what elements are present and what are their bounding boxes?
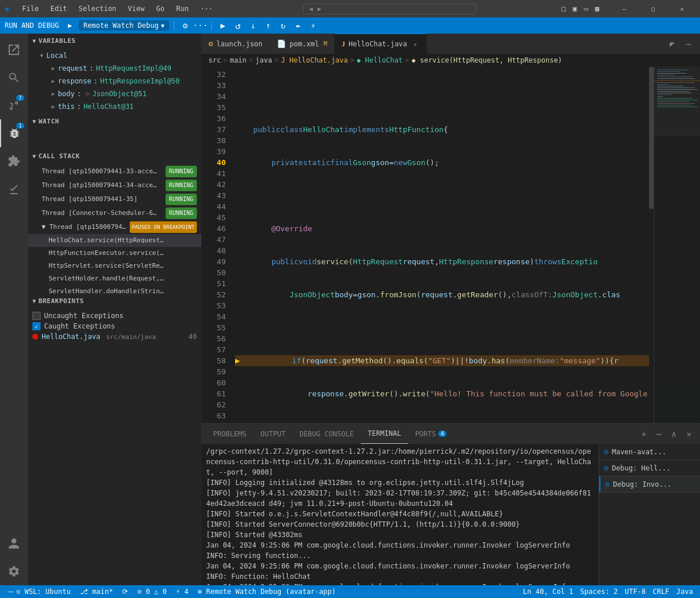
sidebar-item-explorer[interactable] (0, 36, 28, 64)
terminal-debug-hell-item[interactable]: ⚙ Debug: Hell... (599, 460, 700, 476)
bc-java[interactable]: java (255, 56, 272, 64)
menu-file[interactable]: File (17, 3, 43, 14)
debug-more-btn[interactable]: ··· (194, 19, 207, 32)
callstack-thread-35[interactable]: Thread [qtp1500079441-35] RUNNING (28, 192, 201, 206)
callstack-thread-34[interactable]: Thread [qtp1500079441-34-acceptor-1@66..… (28, 178, 201, 192)
callstack-thread-connector[interactable]: Thread [Connector-Scheduler-6920b0bc-1] … (28, 206, 201, 220)
bc-src[interactable]: src (208, 56, 221, 64)
nav-back[interactable]: ◀ (309, 5, 313, 13)
tab-launch-json[interactable]: ⚙ launch.json (201, 34, 270, 54)
var-request-toggle[interactable]: ▶ (49, 63, 58, 74)
layout-btn-4[interactable]: ▦ (595, 5, 599, 13)
panel-tab-debug-console[interactable]: DEBUG CONSOLE (292, 424, 361, 444)
status-sync[interactable]: ⟳ (120, 588, 130, 596)
tab-hellochat-java[interactable]: J HelloChat.java ✕ (335, 34, 427, 54)
sidebar-item-account[interactable] (0, 530, 28, 557)
var-this-toggle[interactable]: ▶ (49, 101, 58, 112)
layout-btn-3[interactable]: ▭ (584, 5, 588, 13)
callstack-frame-1[interactable]: HelloChat.service(HttpRequest,HttpRespon… (28, 234, 201, 247)
debug-config-select[interactable]: Remote Watch Debug ▼ (79, 20, 169, 31)
menu-edit[interactable]: Edit (46, 3, 72, 14)
bc-class[interactable]: ◆ HelloChat (357, 56, 402, 64)
bc-main[interactable]: main (230, 56, 247, 64)
watch-header[interactable]: ▼ WATCH (28, 114, 201, 129)
panel-close-btn[interactable]: ✕ (683, 428, 695, 440)
panel-add-btn[interactable]: + (637, 428, 650, 440)
panel-tab-terminal[interactable]: TERMINAL (361, 424, 408, 444)
sidebar-item-settings[interactable] (0, 557, 28, 585)
panel-tab-ports[interactable]: PORTS 4 (408, 424, 453, 444)
callstack-thread-37[interactable]: ▼ Thread [qtp1500079441-37] PAUSED ON BR… (28, 220, 201, 234)
status-wsl[interactable]: ⸻ ⎋ WSL: Ubuntu (5, 588, 73, 596)
breakpoints-header[interactable]: ▼ BREAKPOINTS (28, 294, 201, 308)
status-spaces[interactable]: Spaces: 2 (578, 588, 620, 596)
sidebar-item-search[interactable] (0, 64, 28, 92)
variables-header[interactable]: ▼ VARIABLES (28, 34, 201, 48)
callstack-header[interactable]: ▼ CALL STACK (28, 149, 201, 163)
run-btn[interactable]: ▶ (64, 19, 76, 32)
menu-view[interactable]: View (123, 3, 149, 14)
status-position[interactable]: Ln 40, Col 1 (521, 588, 576, 596)
bp-caught-checkbox[interactable]: ✓ (32, 322, 41, 330)
status-remote[interactable]: ⊕ Remote Watch Debug (avatar-app) (196, 588, 338, 596)
bp-uncaught-checkbox[interactable] (32, 312, 41, 320)
terminal-maven-item[interactable]: ⚙ Maven-avat... (599, 444, 700, 460)
flash-btn[interactable]: ⚡ (307, 19, 320, 32)
callstack-frame-4[interactable]: ServletHolder.handle(Request,ServletRequ… (28, 272, 201, 285)
panel-tab-problems[interactable]: PROBLEMS (206, 424, 254, 444)
nav-forward[interactable]: ▶ (317, 5, 321, 13)
sidebar-item-source-control[interactable]: 7 (0, 92, 28, 119)
step-out-btn[interactable]: ↑ (262, 19, 274, 32)
status-branch[interactable]: ⎇ main* (78, 588, 115, 596)
sidebar-item-test[interactable] (0, 175, 28, 203)
split-editor-btn[interactable]: ◤ (665, 37, 679, 51)
sidebar-item-debug[interactable]: 1 (0, 119, 28, 147)
scrollbar-thumb[interactable] (649, 67, 654, 209)
bc-method[interactable]: ◆ service(HttpRequest, HttpResponse) (412, 56, 562, 64)
callstack-frame-5[interactable]: ServletHandler.doHandle(String,Request,H… (28, 285, 201, 294)
terminal-debug-invo-item[interactable]: ⚙ Debug: Invo... (599, 476, 700, 493)
close-btn[interactable]: ✕ (669, 0, 695, 17)
panel-more-btn[interactable]: ⋯ (653, 428, 665, 440)
layout-btn-2[interactable]: ▣ (573, 5, 577, 13)
menu-run[interactable]: Run (171, 3, 193, 14)
step-over-btn[interactable]: ↺ (232, 19, 244, 32)
var-body[interactable]: ▶ body : ⚐ JsonObject@51 (28, 87, 201, 100)
menu-more[interactable]: ··· (196, 3, 218, 14)
layout-btn-1[interactable]: □ (562, 5, 566, 13)
status-debug-ports[interactable]: ⚡ 4 (174, 588, 191, 596)
panel-tab-output[interactable]: OUTPUT (254, 424, 292, 444)
callstack-thread-33[interactable]: Thread [qtp1500079441-33-acceptor-0@48..… (28, 165, 201, 178)
menu-selection[interactable]: Selection (74, 3, 121, 14)
var-this[interactable]: ▶ this : HelloChat@31 (28, 100, 201, 113)
bc-file[interactable]: J HelloChat.java (281, 56, 348, 64)
minimize-btn[interactable]: – (611, 0, 637, 17)
scrollbar[interactable] (649, 67, 654, 423)
step-into-btn[interactable]: ↓ (247, 19, 259, 32)
var-body-toggle[interactable]: ▶ (49, 88, 58, 100)
status-language[interactable]: Java (674, 588, 695, 596)
callstack-frame-2[interactable]: HttpFunctionExecutor.service(HttpServlet… (28, 247, 201, 260)
status-line-ending[interactable]: CRLF (650, 588, 672, 596)
var-response[interactable]: ▶ response : HttpResponseImpl@50 (28, 75, 201, 87)
panel-collapse-btn[interactable]: ∧ (668, 428, 680, 440)
var-request[interactable]: ▶ request : HttpRequestImpl@49 (28, 62, 201, 75)
tab-hellochat-java-close[interactable]: ✕ (411, 39, 420, 49)
status-errors[interactable]: ⊘ 0 △ 0 (135, 588, 169, 596)
status-encoding[interactable]: UTF-8 (622, 588, 648, 596)
panel-content[interactable]: /grpc-context/1.27.2/grpc-context-1.27.2… (201, 444, 599, 585)
tab-more-btn[interactable]: ⋯ (681, 37, 695, 51)
edit-btn[interactable]: ✒ (292, 19, 305, 32)
tab-pom-xml[interactable]: 📄 pom.xml M (270, 34, 335, 54)
var-response-toggle[interactable]: ▶ (49, 75, 58, 87)
sidebar-item-extensions[interactable] (0, 147, 28, 175)
menu-go[interactable]: Go (152, 3, 169, 14)
code-editor[interactable]: 32 33 34 35 36 37 38 39 40 41 42 43 44 4… (201, 67, 700, 423)
maximize-btn[interactable]: □ (640, 0, 666, 17)
callstack-frame-3[interactable]: HttpServlet.service(ServletRequest,Servl… (28, 260, 201, 272)
var-local[interactable]: ▼ Local (28, 49, 201, 62)
restart-btn[interactable]: ↻ (277, 19, 289, 32)
debug-settings-btn[interactable]: ⚙ (179, 19, 192, 32)
continue-btn[interactable]: ▶ (217, 19, 229, 32)
var-local-toggle[interactable]: ▼ (37, 50, 46, 61)
